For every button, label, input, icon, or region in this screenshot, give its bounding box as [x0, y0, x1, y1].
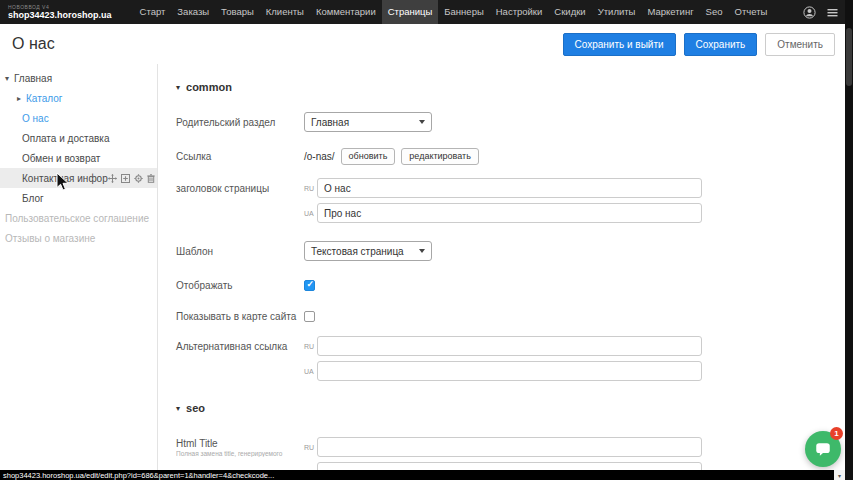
update-link-button[interactable]: обновить	[341, 148, 396, 165]
parent-section-value: Главная	[311, 117, 349, 128]
scroll-down-button[interactable]: ▾	[834, 470, 845, 480]
sidebar-item-user-agreement[interactable]: Пользовательское соглашение	[0, 208, 157, 228]
lang-tag-ua: UA	[304, 368, 317, 375]
save-and-exit-button[interactable]: Сохранить и выйти	[563, 33, 676, 56]
topbar-icons	[803, 6, 839, 19]
edit-link-button[interactable]: редактировать	[401, 148, 479, 165]
parent-section-row: Родительский раздел Главная	[176, 112, 845, 132]
menu-item-seo[interactable]: Seo	[700, 0, 729, 24]
chevron-down-icon	[419, 249, 425, 253]
header-actions: Сохранить и выйти Сохранить Отменить	[563, 33, 836, 56]
section-seo-header[interactable]: ▾ seo	[176, 401, 845, 415]
page-url-value: /o-nas/	[304, 151, 335, 162]
hamburger-menu-icon[interactable]	[826, 6, 839, 19]
menu-item-pages[interactable]: Страницы	[382, 0, 439, 24]
sidebar-item-exchange-return[interactable]: Обмен и возврат	[0, 148, 157, 168]
sidebar-item-label: Оплата и доставка	[22, 133, 109, 144]
move-icon[interactable]	[108, 174, 117, 183]
html-title-label: Html Title Полная замена title, генериру…	[176, 438, 304, 457]
user-account-icon[interactable]	[803, 6, 816, 19]
sidebar-item-store-reviews[interactable]: Отзывы о магазине	[0, 228, 157, 248]
lang-tag-ru: RU	[304, 185, 317, 192]
lang-tag-ua: UA	[304, 210, 317, 217]
sitemap-label: Показывать в карте сайта	[176, 311, 304, 322]
menu-item-discounts[interactable]: Скидки	[548, 0, 591, 24]
sidebar-item-label: Контактная инфор	[22, 173, 108, 184]
page-title: О нас	[12, 35, 55, 53]
sidebar-item-label: Главная	[14, 73, 52, 84]
sitemap-checkbox[interactable]	[304, 311, 315, 322]
menu-item-reports[interactable]: Отчеты	[729, 0, 774, 24]
admin-screen: НОВОВВОД V4 shop34423.horoshop.ua Старт …	[0, 0, 853, 480]
logo[interactable]: НОВОВВОД V4 shop34423.horoshop.ua	[8, 5, 112, 20]
link-row: Ссылка /o-nas/ обновить редактировать	[176, 146, 845, 166]
cancel-button[interactable]: Отменить	[765, 33, 835, 56]
sidebar-item-contact-info[interactable]: Контактная инфор	[0, 168, 157, 188]
display-checkbox[interactable]	[304, 280, 315, 291]
menu-item-products[interactable]: Товары	[215, 0, 260, 24]
link-label: Ссылка	[176, 151, 304, 162]
page-edit-form: ▾ common Родительский раздел Главная Ссы…	[157, 64, 845, 470]
sidebar-item-catalog[interactable]: ▸ Каталог	[0, 88, 157, 108]
menu-item-utilities[interactable]: Утилиты	[592, 0, 642, 24]
menu-item-start[interactable]: Старт	[134, 0, 172, 24]
sidebar-item-label: Отзывы о магазине	[5, 233, 95, 244]
alt-link-label: Альтернативная ссылка	[176, 341, 304, 352]
section-title: common	[186, 81, 232, 93]
chevron-down-icon: ▾	[176, 404, 180, 413]
sitemap-row: Показывать в карте сайта	[176, 306, 845, 326]
page-title-ru-input[interactable]	[317, 178, 702, 198]
page-title-ua-input[interactable]	[317, 203, 702, 223]
main-menu: Старт Заказы Товары Клиенты Комментарии …	[134, 0, 774, 24]
sidebar-item-home[interactable]: ▾ Главная	[0, 68, 157, 88]
chevron-right-icon[interactable]: ▸	[17, 94, 26, 103]
scrollbar-thumb[interactable]	[846, 28, 852, 86]
parent-section-label: Родительский раздел	[176, 117, 304, 128]
page-scrollbar[interactable]	[845, 0, 853, 480]
topbar: НОВОВВОД V4 shop34423.horoshop.ua Старт …	[0, 0, 853, 24]
html-title-ua-input[interactable]	[317, 462, 702, 470]
page-title-ru-row: заголовок страницы RU	[176, 178, 845, 198]
template-value: Текстовая страница	[311, 246, 404, 257]
alt-link-ua-input[interactable]	[317, 361, 702, 381]
chevron-down-icon[interactable]: ▾	[5, 74, 14, 83]
trash-icon[interactable]	[147, 174, 155, 183]
page-title-label: заголовок страницы	[176, 183, 304, 194]
chat-widget-button[interactable]: 1	[805, 431, 841, 467]
section-title: seo	[186, 402, 205, 414]
chat-bubble-icon	[814, 440, 832, 458]
lang-tag-ru: RU	[304, 343, 317, 350]
sidebar-item-label: Блог	[22, 193, 44, 204]
section-common-header[interactable]: ▾ common	[176, 80, 845, 94]
template-row: Шаблон Текстовая страница	[176, 241, 845, 261]
sidebar-item-blog[interactable]: Блог	[0, 188, 157, 208]
sidebar-item-label: О нас	[22, 113, 49, 124]
logo-version-label: НОВОВВОД V4	[8, 5, 112, 10]
gear-icon[interactable]	[134, 174, 143, 183]
menu-item-clients[interactable]: Клиенты	[260, 0, 310, 24]
sidebar-item-label: Каталог	[26, 93, 62, 104]
save-button[interactable]: Сохранить	[684, 33, 758, 56]
display-label: Отображать	[176, 280, 304, 291]
browser-status-bar: shop34423.horoshop.ua/edit/edit.php?id=6…	[0, 470, 845, 480]
menu-item-banners[interactable]: Баннеры	[438, 0, 489, 24]
menu-item-comments[interactable]: Комментарии	[310, 0, 382, 24]
pages-tree-sidebar: ▾ Главная ▸ Каталог О нас Оплата и доста…	[0, 64, 157, 470]
html-title-ru-input[interactable]	[317, 437, 702, 457]
sidebar-row-actions	[108, 174, 155, 183]
sidebar-item-payment-delivery[interactable]: Оплата и доставка	[0, 128, 157, 148]
parent-section-select[interactable]: Главная	[304, 112, 432, 132]
chevron-down-icon: ▾	[176, 83, 180, 92]
html-title-ru-row: Html Title Полная замена title, генериру…	[176, 437, 845, 457]
lang-tag-ru: RU	[304, 444, 317, 451]
add-page-icon[interactable]	[121, 174, 130, 183]
menu-item-settings[interactable]: Настройки	[490, 0, 549, 24]
sidebar-item-about-us[interactable]: О нас	[0, 108, 157, 128]
template-label: Шаблон	[176, 246, 304, 257]
sidebar-item-label: Обмен и возврат	[22, 153, 100, 164]
template-select[interactable]: Текстовая страница	[304, 241, 432, 261]
html-title-ua-row: UA	[176, 462, 845, 470]
menu-item-orders[interactable]: Заказы	[171, 0, 215, 24]
menu-item-marketing[interactable]: Маркетинг	[641, 0, 699, 24]
alt-link-ru-input[interactable]	[317, 336, 702, 356]
